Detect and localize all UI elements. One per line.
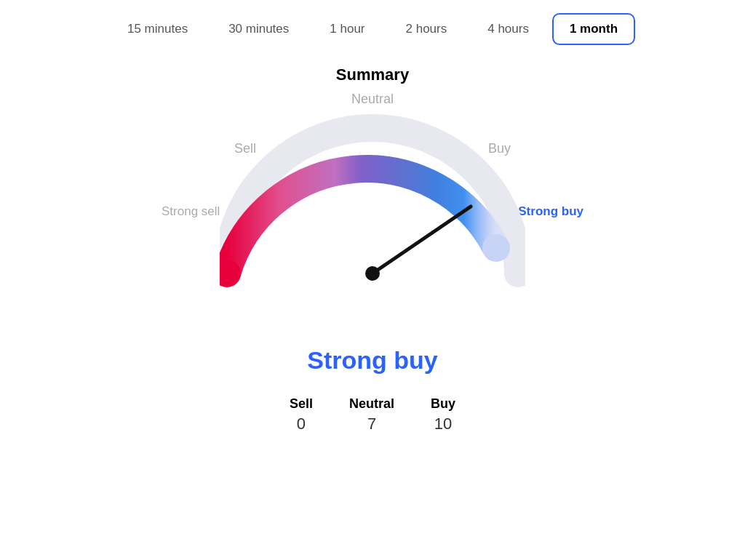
- stat-sell: Sell 0: [290, 396, 313, 433]
- tab-15min[interactable]: 15 minutes: [110, 13, 205, 45]
- stat-buy-label: Buy: [431, 396, 455, 412]
- gauge-strong-buy-label: Strong buy: [518, 204, 583, 219]
- stat-neutral-value: 7: [367, 415, 376, 433]
- gauge-needle: [372, 207, 471, 273]
- gauge-pivot: [365, 266, 380, 281]
- tab-30min[interactable]: 30 minutes: [211, 13, 306, 45]
- stats-row: Sell 0 Neutral 7 Buy 10: [290, 396, 455, 433]
- stat-buy-value: 10: [434, 415, 452, 433]
- gauge-neutral-label: Neutral: [351, 92, 394, 107]
- tab-4h[interactable]: 4 hours: [470, 13, 546, 45]
- summary-section: Summary Neutral Sell Buy Strong sell Str…: [0, 65, 745, 433]
- stat-sell-value: 0: [297, 415, 306, 433]
- tab-2h[interactable]: 2 hours: [389, 13, 465, 45]
- time-period-tabs: 15 minutes 30 minutes 1 hour 2 hours 4 h…: [0, 0, 745, 58]
- tab-1month[interactable]: 1 month: [552, 13, 635, 45]
- gauge-strong-sell-label: Strong sell: [162, 204, 220, 219]
- tab-1h[interactable]: 1 hour: [312, 13, 382, 45]
- gauge-svg: [220, 113, 525, 288]
- stat-neutral-label: Neutral: [349, 396, 394, 412]
- svg-point-1: [482, 234, 510, 262]
- stat-neutral: Neutral 7: [349, 396, 394, 433]
- gauge-result: Strong buy: [307, 346, 437, 375]
- summary-title: Summary: [336, 65, 409, 84]
- stat-sell-label: Sell: [290, 396, 313, 412]
- stat-buy: Buy 10: [431, 396, 455, 433]
- gauge-wrapper: Neutral Sell Buy Strong sell Strong buy: [169, 92, 576, 339]
